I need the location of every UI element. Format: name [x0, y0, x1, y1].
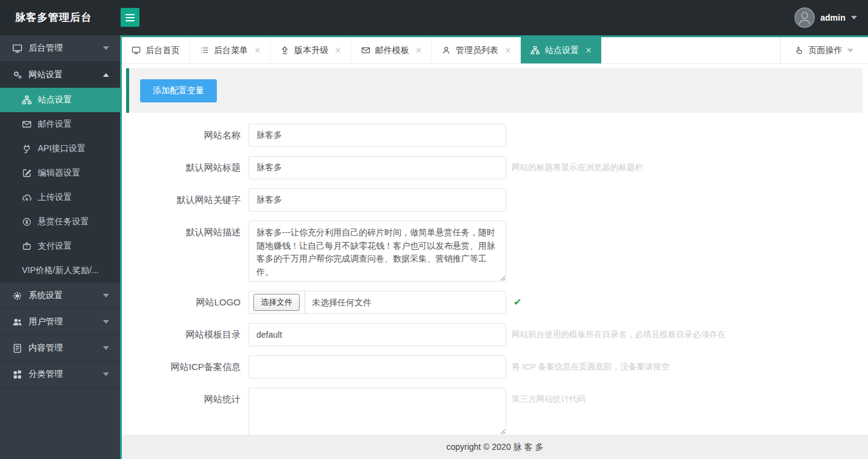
- grid-icon: [12, 369, 23, 380]
- tab-home[interactable]: 后台首页: [122, 37, 190, 63]
- sidebar-item-category-manage[interactable]: 分类管理: [0, 361, 120, 388]
- sidebar-item-user-manage[interactable]: 用户管理: [0, 309, 120, 335]
- sidebar-item-content-manage[interactable]: 内容管理: [0, 335, 120, 361]
- check-icon: ✔: [513, 291, 521, 314]
- form-row: 网站模板目录 网站前台使用的模板所在目录名，必填且模板目录必须存在: [122, 323, 868, 346]
- chevron-down-icon: [103, 320, 109, 324]
- tab-admin-list[interactable]: 管理员列表 ×: [432, 37, 521, 63]
- sidebar-item-admin-manage[interactable]: 后台管理: [0, 35, 120, 62]
- sidebar-sub-label: 悬赏任务设置: [38, 216, 89, 227]
- close-icon[interactable]: ×: [585, 46, 591, 55]
- sidebar-sub-vip-price[interactable]: VIP价格/新人奖励/...: [0, 258, 120, 283]
- field-label: 默认网站标题: [122, 156, 249, 179]
- form-row: 网站名称: [122, 124, 868, 147]
- field-label: 网站LOGO: [122, 291, 249, 314]
- avatar: [794, 7, 815, 28]
- monitor-icon: [12, 43, 23, 54]
- upgrade-icon: [280, 46, 289, 55]
- chevron-down-icon: [851, 16, 857, 20]
- plug-icon: [22, 144, 32, 154]
- sidebar-item-website-settings[interactable]: 网站设置: [0, 62, 120, 88]
- person-icon: [442, 46, 451, 55]
- field-label: 默认网站关键字: [122, 188, 249, 212]
- tab-version-upgrade[interactable]: 版本升级 ×: [270, 37, 351, 63]
- default-title-input[interactable]: [249, 156, 506, 179]
- logo-file-input[interactable]: 选择文件 未选择任何文件: [249, 291, 506, 314]
- users-icon: [12, 317, 23, 327]
- close-icon[interactable]: ×: [416, 46, 422, 55]
- sidebar-toggle-button[interactable]: [121, 8, 139, 27]
- list-icon: [200, 46, 209, 55]
- sidebar-sub-email-settings[interactable]: 邮件设置: [0, 112, 120, 137]
- site-statistics-textarea[interactable]: [249, 388, 506, 435]
- sidebar-item-label: 分类管理: [29, 369, 63, 380]
- form-row: 默认网站关键字: [122, 188, 868, 212]
- sidebar: 后台管理 网站设置 站点设置: [0, 35, 122, 459]
- page-actions-dropdown[interactable]: 页面操作: [780, 37, 868, 63]
- add-config-variable-button[interactable]: 添加配置变量: [140, 79, 217, 102]
- tab-email-template[interactable]: 邮件模板 ×: [351, 37, 432, 63]
- sidebar-sub-site-settings[interactable]: 站点设置: [0, 88, 120, 112]
- sidebar-item-label: 网站设置: [29, 69, 63, 80]
- tab-label: 站点设置: [545, 45, 579, 56]
- page-actions-label: 页面操作: [808, 45, 842, 56]
- icp-info-input[interactable]: [249, 355, 506, 379]
- sidebar-item-label: 用户管理: [29, 316, 63, 327]
- footer: copyright © 2020 脉 客 多: [122, 435, 868, 459]
- site-settings-form: 网站名称 默认网站标题 网站的标题将显示在浏览器的标题栏 默认网站关键字 默认网…: [122, 124, 868, 435]
- sidebar-sub-label: 支付设置: [38, 241, 72, 252]
- form-row: 默认网站标题 网站的标题将显示在浏览器的标题栏: [122, 156, 868, 179]
- sidebar-sub-api-settings[interactable]: API接口设置: [0, 137, 120, 161]
- tab-label: 管理员列表: [456, 45, 498, 56]
- chevron-down-icon: [103, 294, 109, 297]
- sidebar-item-label: 内容管理: [29, 343, 63, 354]
- field-label: 网站模板目录: [122, 323, 249, 346]
- close-icon[interactable]: ×: [255, 46, 260, 55]
- default-keywords-input[interactable]: [249, 188, 506, 212]
- cloud-upload-icon: [22, 193, 32, 202]
- app-title: 脉客多管理后台: [15, 0, 92, 35]
- yen-circle-icon: [22, 217, 32, 227]
- user-menu[interactable]: admin: [794, 0, 857, 35]
- form-row: 网站统计 第三方网站统计代码: [122, 388, 868, 435]
- chevron-down-icon: [103, 346, 109, 350]
- purse-icon: [22, 241, 32, 251]
- sidebar-sub-label: 上传设置: [38, 192, 72, 203]
- sidebar-item-label: 后台管理: [29, 43, 63, 54]
- sitemap-icon: [22, 95, 32, 105]
- tab-admin-menu[interactable]: 后台菜单 ×: [190, 37, 270, 63]
- tab-label: 邮件模板: [375, 45, 409, 56]
- close-icon[interactable]: ×: [505, 46, 510, 55]
- tab-label: 后台菜单: [214, 45, 248, 56]
- envelope-icon: [361, 46, 370, 55]
- sidebar-sub-editor-settings[interactable]: 编辑器设置: [0, 161, 120, 185]
- tab-label: 版本升级: [294, 45, 328, 56]
- sidebar-sub-label: VIP价格/新人奖励/...: [22, 265, 99, 276]
- form-row: 默认网站描述: [122, 221, 868, 282]
- chevron-down-icon: [103, 46, 109, 50]
- field-label: 网站ICP备案信息: [122, 355, 249, 379]
- tab-bar: 后台首页 后台菜单 × 版本升级 × 邮件模板 ×: [122, 35, 868, 64]
- sidebar-sub-label: 站点设置: [38, 94, 72, 105]
- chevron-down-icon: [847, 49, 853, 52]
- template-dir-input[interactable]: [249, 323, 506, 346]
- sidebar-sub-upload-settings[interactable]: 上传设置: [0, 185, 120, 210]
- form-row: 网站ICP备案信息 将 ICP 备案信息在页面底部，没备案请留空: [122, 355, 868, 379]
- top-header: 脉客多管理后台 admin: [0, 0, 868, 35]
- tab-site-settings[interactable]: 站点设置 ×: [521, 37, 601, 63]
- sidebar-sub-label: 邮件设置: [38, 119, 72, 130]
- sidebar-sub-reward-task-settings[interactable]: 悬赏任务设置: [0, 210, 120, 234]
- close-icon[interactable]: ×: [335, 46, 340, 55]
- site-name-input[interactable]: [249, 124, 506, 147]
- default-description-textarea[interactable]: [249, 221, 506, 282]
- sidebar-item-system-settings[interactable]: 系统设置: [0, 283, 120, 309]
- sidebar-item-label: 系统设置: [29, 290, 63, 301]
- sidebar-sub-payment-settings[interactable]: 支付设置: [0, 234, 120, 258]
- tab-label: 后台首页: [146, 45, 180, 56]
- choose-file-button[interactable]: 选择文件: [253, 294, 300, 311]
- field-label: 网站名称: [122, 124, 249, 147]
- field-label: 网站统计: [122, 388, 249, 411]
- chevron-up-icon: [103, 73, 109, 77]
- copyright-label: copyright © 2020 脉 客 多: [446, 442, 544, 452]
- envelope-icon: [22, 119, 32, 129]
